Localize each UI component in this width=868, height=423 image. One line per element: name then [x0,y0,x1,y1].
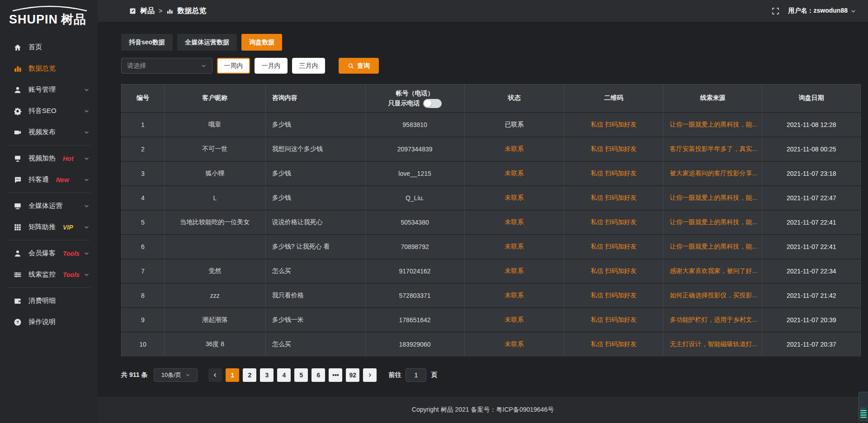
cell-qrcode-link[interactable]: 私信 扫码加好友 [564,235,663,259]
sidebar-item-label: 矩阵助推 [28,223,56,231]
user-menu[interactable]: 用户名：zswodun88 [788,7,856,15]
page-size-select[interactable]: 10条/页 [154,368,198,382]
cell-nickname: 哦章 [164,113,265,137]
cell-nickname: 潮起潮落 [164,308,265,332]
sidebar-divider [7,240,90,240]
page-button-92[interactable]: 92 [346,368,359,382]
cell-source-link[interactable]: 让你一眼就爱上的黑科技，能... [663,113,762,137]
tab-media-ops-data[interactable]: 全媒体运营数据 [177,34,237,51]
sidebar-item-label: 视频加热 [28,154,56,163]
tab-inquiry-data[interactable]: 询盘数据 [241,34,282,51]
top-bar: 树品 > 数据总览 用户名：zswodun88 [98,0,868,22]
breadcrumb-root[interactable]: 树品 [140,6,155,16]
sidebar-item-data-overview[interactable]: 数据总览 [0,58,98,79]
cell-qrcode-link[interactable]: 私信 扫码加好友 [564,113,663,137]
prev-page-button[interactable] [208,368,222,382]
sidebar-item-label: 视频发布 [28,128,56,136]
brand-logo: SHUPIN 树品 [0,0,98,30]
sidebar-item-media-ops[interactable]: 全媒体运营 [0,195,98,216]
sidebar-divider [7,145,90,146]
fullscreen-icon[interactable] [772,7,779,15]
range-quarter-button[interactable]: 三月内 [292,58,325,74]
sidebar-item-home[interactable]: 首页 [0,37,98,58]
main-area: 树品 > 数据总览 用户名：zswodun88 抖音seo数据 全媒体运营数据 … [98,0,868,423]
chevron-down-icon [84,224,90,230]
sidebar-item-douyin-seo[interactable]: 抖音SEO [0,100,98,122]
footer: Copyright 树品 2021 备案号：粤ICP备09019646号 [98,397,868,423]
page-button-5[interactable]: 5 [294,368,308,382]
cell-nickname: zzz [164,283,265,308]
page-button-6[interactable]: 6 [311,368,325,382]
cell-nickname: 狐小狸 [164,161,265,186]
breadcrumb: 树品 > 数据总览 [129,6,206,16]
cell-qrcode-link[interactable]: 私信 扫码加好友 [564,332,663,357]
chevron-down-icon [84,203,90,209]
data-tabs: 抖音seo数据 全媒体运营数据 询盘数据 [121,34,861,51]
cell-source-link[interactable]: 让你一眼就爱上的黑科技，能... [663,186,762,210]
cell-qrcode-link[interactable]: 私信 扫码加好友 [564,210,663,235]
sidebar-item-label: 全媒体运营 [28,202,62,210]
cell-nickname: 36度 8 [164,332,265,357]
cell-date: 2021-11-07 20:39 [762,308,861,332]
sidebar-item-matrix-boost[interactable]: 矩阵助推 VIP [0,216,98,238]
cell-qrcode-link[interactable]: 私信 扫码加好友 [564,308,663,332]
cell-qrcode-link[interactable]: 私信 扫码加好友 [564,137,663,161]
range-week-button[interactable]: 一周内 [217,58,250,74]
sidebar-item-lead-monitor[interactable]: 线索监控 Tools [0,264,98,285]
floating-widget[interactable] [859,392,868,421]
sidebar-item-help[interactable]: ? 操作说明 [0,311,98,333]
widget-stripe [860,412,867,414]
page-button-4[interactable]: 4 [277,368,291,382]
cell-source-link[interactable]: 多功能护栏灯，适用于乡村文... [663,308,762,332]
table-row: 1 哦章 多少钱 9583810 已联系 私信 扫码加好友 让你一眼就爱上的黑科… [122,113,861,137]
tools-badge: Tools [63,271,80,278]
sidebar-item-label: 抖音SEO [28,107,57,115]
cell-qrcode-link[interactable]: 私信 扫码加好友 [564,259,663,283]
col-header-content: 咨询内容 [265,85,365,113]
sidebar-menu: 首页 数据总览 账号管理 抖音SEO 视频发布 [0,30,98,333]
cell-source-link[interactable]: 客厅安装投影半年多了，真实... [663,137,762,161]
cell-source-link[interactable]: 感谢大家喜欢我家，被问了好... [663,259,762,283]
cell-qrcode-link[interactable]: 私信 扫码加好友 [564,186,663,210]
chevron-down-icon [84,272,90,277]
cell-source-link[interactable]: 让你一眼就爱上的黑科技，能... [663,235,762,259]
cell-source-link[interactable]: 如何正确选择投影仪，买投影... [663,283,762,308]
sidebar-item-doukettong[interactable]: 抖客通 New [0,169,98,190]
page-button-1[interactable]: 1 [226,368,239,382]
cell-source-link[interactable]: 无主灯设计，智能磁吸轨道灯... [663,332,762,357]
sidebar-item-label: 账号管理 [28,85,56,94]
col-header-id: 编号 [122,85,165,113]
page-button-2[interactable]: 2 [243,368,256,382]
sidebar-item-video-heat[interactable]: 视频加热 Hot [0,148,98,169]
col-header-status: 状态 [464,85,564,113]
search-button[interactable]: 查询 [339,58,379,74]
cell-qrcode-link[interactable]: 私信 扫码加好友 [564,283,663,308]
filter-select[interactable]: 请选择 [121,58,212,74]
next-page-button[interactable] [363,368,377,382]
phone-toggle-label: 只显示电话 [388,99,420,108]
cell-id: 5 [122,210,165,235]
topbar-right: 用户名：zswodun88 [772,7,856,15]
cell-source-link[interactable]: 让你一眼就爱上的黑科技，能... [663,210,762,235]
sidebar-item-account-mgmt[interactable]: 账号管理 [0,79,98,100]
cell-status: 未联系 [464,235,564,259]
cell-source-link[interactable]: 被大家追着问的客厅投影分享... [663,161,762,186]
breadcrumb-separator: > [159,7,162,14]
sidebar-item-member-burst[interactable]: 会员爆客 Tools [0,243,98,264]
goto-page-input[interactable] [406,368,426,382]
page-ellipsis-button[interactable]: ••• [329,368,342,382]
sidebar-item-label: 会员爆客 [28,249,56,258]
inquiry-table: 编号 客户昵称 咨询内容 帐号（电话） 只显示电话 状态 [121,84,861,357]
sidebar-item-spend-detail[interactable]: 消费明细 [0,290,98,311]
page-button-3[interactable]: 3 [260,368,274,382]
app-root: SHUPIN 树品 首页 数据总览 账号管理 抖音SEO [0,0,868,423]
col-header-nickname: 客户昵称 [164,85,265,113]
cell-id: 1 [122,113,165,137]
cell-qrcode-link[interactable]: 私信 扫码加好友 [564,161,663,186]
phone-only-toggle[interactable] [423,99,442,108]
tab-douyin-seo-data[interactable]: 抖音seo数据 [121,34,173,51]
sidebar-item-video-publish[interactable]: 视频发布 [0,122,98,143]
cell-account: 9583810 [365,113,464,137]
logo-suffix: 树品 [61,11,86,28]
range-month-button[interactable]: 一月内 [255,58,288,74]
